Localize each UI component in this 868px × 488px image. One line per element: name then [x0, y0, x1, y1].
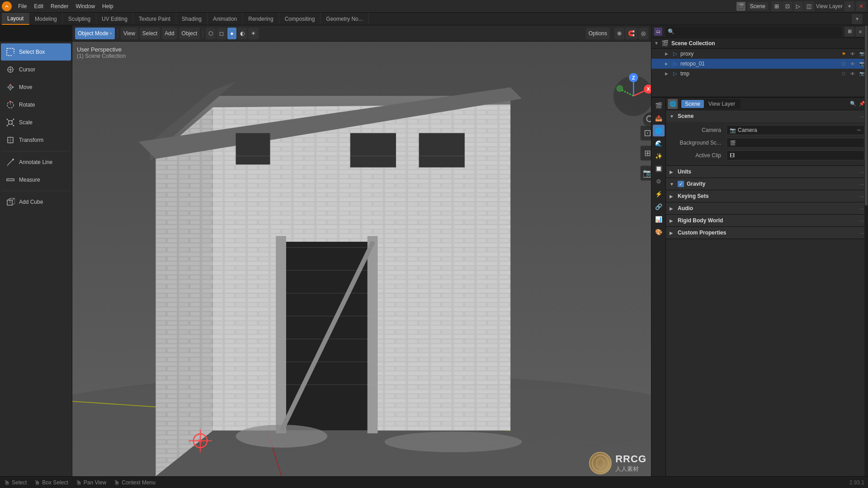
props-tab-particles[interactable]: ⚙ — [653, 175, 665, 187]
outliner-search[interactable]: 🔍 — [665, 27, 842, 37]
tab-compositing[interactable]: Compositing — [279, 13, 321, 25]
tab-animation[interactable]: Animation — [208, 13, 243, 25]
tool-rotate[interactable]: Rotate — [1, 96, 71, 113]
proxy-icon: ▷ — [671, 50, 679, 57]
toolbar-icon-3[interactable]: ▷ — [793, 1, 803, 11]
props-tab-world[interactable]: 🌊 — [653, 137, 665, 149]
keying-sets-header[interactable]: ▶ Keying Sets — — [666, 190, 868, 202]
tab-uv-editing[interactable]: UV Editing — [96, 13, 133, 25]
scene-background[interactable]: Z X ⊡ ⊞ — [72, 42, 651, 476]
proxy-visible[interactable]: 👁 — [849, 50, 856, 57]
props-tab-data[interactable]: 📊 — [653, 213, 665, 225]
props-scene-tab[interactable]: Scene — [681, 100, 704, 108]
background-sc-value[interactable]: 🎬 — [726, 138, 864, 148]
viewport-display-icon[interactable]: ⬡ — [206, 28, 216, 39]
tab-modeling[interactable]: Modeling — [29, 13, 63, 25]
tab-texture-paint[interactable]: Texture Paint — [133, 13, 176, 25]
toolbar-icon-1[interactable]: ⊞ — [772, 1, 782, 11]
props-view-layer-tab[interactable]: View Layer — [705, 100, 739, 108]
viewport-shading-solid[interactable]: ● — [227, 28, 236, 39]
tab-layout[interactable]: Layout — [2, 13, 29, 25]
tool-measure[interactable]: Measure — [1, 171, 71, 188]
viewport-shading-mat[interactable]: ◐ — [237, 28, 247, 39]
select-desc: Select — [12, 479, 27, 486]
add-menu[interactable]: Add — [162, 28, 177, 39]
scene-selector[interactable]: Scene — [747, 2, 768, 10]
props-tab-output[interactable]: 📤 — [653, 112, 665, 124]
rigid-body-header[interactable]: ▶ Rigid Body World — — [666, 215, 868, 226]
outliner-filter-btn[interactable]: ⊞ — [844, 27, 854, 37]
tab-rendering[interactable]: Rendering — [243, 13, 279, 25]
annotate-line-label: Annotate Line — [19, 159, 52, 165]
gravity-checkbox[interactable]: ✓ — [678, 181, 684, 187]
workspace-add[interactable]: + — [852, 14, 863, 24]
tmp-viewport-vis[interactable]: ⬡ — [840, 70, 847, 77]
retopo-visible[interactable]: 👁 — [849, 60, 856, 67]
menu-file[interactable]: File — [14, 2, 30, 10]
audio-section-header[interactable]: ▶ Audio — — [666, 202, 868, 214]
gravity-arrow: ▼ — [670, 182, 675, 187]
camera-value[interactable]: 📷 Camera ✏ — [726, 125, 864, 135]
view-menu[interactable]: View — [121, 28, 138, 39]
tool-select-box[interactable]: Select Box — [1, 43, 71, 61]
props-scrollbar-thumb[interactable] — [865, 98, 868, 206]
custom-props-header[interactable]: ▶ Custom Properties — — [666, 227, 868, 239]
tool-cursor[interactable]: Cursor — [1, 61, 71, 78]
retopo-viewport-vis[interactable]: ⬡ — [840, 60, 847, 67]
props-tab-physics[interactable]: ⚡ — [653, 188, 665, 200]
menu-edit[interactable]: Edit — [30, 2, 47, 10]
viewport-numpad-button: ⊞ — [640, 145, 651, 160]
collection-label: (1) Scene Collection — [77, 53, 126, 59]
tool-move[interactable]: Move — [1, 79, 71, 96]
tmp-visible[interactable]: 👁 — [849, 70, 856, 77]
tool-annotate-line[interactable]: Annotate Line — [1, 154, 71, 171]
snap-btn[interactable]: 🧲 — [625, 28, 637, 39]
props-tab-constraints[interactable]: 🔗 — [653, 201, 665, 212]
camera-edit-btn[interactable]: ✏ — [857, 127, 861, 133]
outliner-item-proxy[interactable]: ▶ ▷ proxy ⚑ 👁 📷 — [651, 49, 868, 59]
props-tab-material[interactable]: 🎨 — [653, 226, 665, 238]
viewport-options[interactable]: Options — [586, 28, 610, 39]
perspective-label: User Perspective — [77, 46, 126, 53]
props-scrollbar[interactable] — [864, 98, 868, 476]
watermark-main-text: RRCG — [615, 453, 646, 465]
outliner-item-tmp[interactable]: ▶ ▷ tmp ⬡ 👁 📷 — [651, 69, 868, 79]
props-search-icon[interactable]: 🔍 — [849, 100, 857, 108]
mode-selector[interactable]: Object Mode ▾ — [75, 28, 115, 39]
props-tab-render[interactable]: 🎬 — [653, 99, 665, 111]
tab-sculpting[interactable]: Sculpting — [63, 13, 96, 25]
tab-shading[interactable]: Shading — [176, 13, 208, 25]
view-layer-remove[interactable]: ✕ — [856, 1, 866, 11]
viewport-shading-wire[interactable]: ◻ — [217, 28, 226, 39]
tab-geometry[interactable]: Geometry No... — [321, 13, 368, 25]
gizmo-btn[interactable]: ⊕ — [614, 28, 624, 39]
outliner-options-btn[interactable]: ≡ — [855, 27, 865, 37]
viewport-shading-render[interactable]: ☀ — [248, 28, 259, 39]
status-bar: 🖱 Select 🖱 Box Select 🖱 Pan View 🖱 Conte… — [0, 476, 868, 488]
background-sc-icon: 🎬 — [730, 140, 736, 146]
outliner-item-retopo[interactable]: ▶ ▷ retopo_01 ⬡ 👁 📷 — [651, 59, 868, 69]
custom-props-title: Custom Properties — [678, 230, 857, 236]
props-tab-object[interactable]: ✨ — [653, 150, 665, 162]
background-sc-label: Background Sc... — [670, 140, 724, 146]
menu-render[interactable]: Render — [47, 2, 72, 10]
proportional-btn[interactable]: ◎ — [638, 28, 648, 39]
units-section-header[interactable]: ▶ Units — — [666, 166, 868, 178]
view-layer-add[interactable]: + — [844, 1, 854, 11]
toolbar-icon-4[interactable]: ◫ — [804, 1, 814, 11]
menu-window[interactable]: Window — [72, 2, 99, 10]
tool-add-cube[interactable]: Add Cube — [1, 193, 71, 211]
measure-label: Measure — [19, 177, 40, 183]
props-tab-scene[interactable]: 🌐 — [653, 125, 665, 136]
props-tab-modifier[interactable]: 🔲 — [653, 163, 665, 174]
object-menu[interactable]: Object — [179, 28, 200, 39]
proxy-flag[interactable]: ⚑ — [840, 50, 847, 57]
tool-scale[interactable]: Scale — [1, 114, 71, 131]
menu-help[interactable]: Help — [99, 2, 117, 10]
active-clip-value[interactable]: 🎞 — [726, 150, 864, 160]
scene-section-header[interactable]: ▼ Scene — — [666, 110, 868, 122]
gravity-section-header[interactable]: ▼ ✓ Gravity — — [666, 178, 868, 190]
select-menu[interactable]: Select — [140, 28, 160, 39]
tool-transform[interactable]: Transform — [1, 131, 71, 149]
toolbar-icon-2[interactable]: ⊡ — [783, 1, 793, 11]
